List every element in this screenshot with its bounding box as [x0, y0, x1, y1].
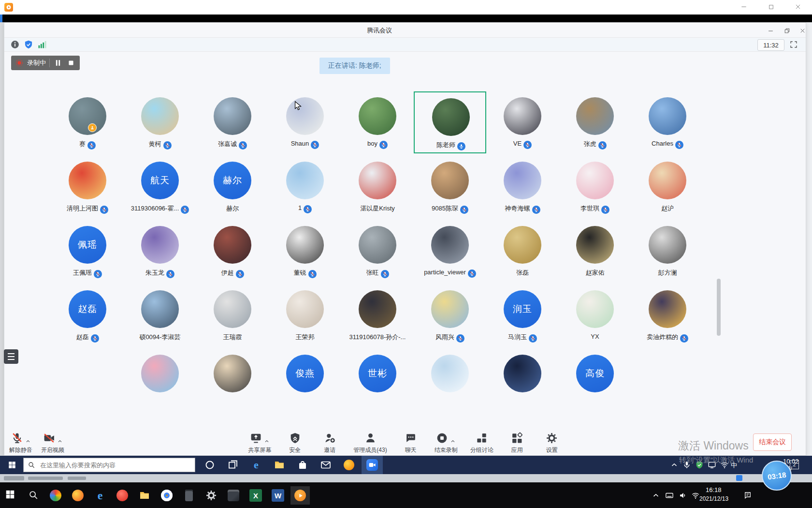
host-tray-speaker-icon[interactable] — [679, 491, 687, 500]
participant-cell[interactable]: 王荣邦 — [269, 284, 341, 346]
toolbar-button-cam-off[interactable]: 开启视频 — [41, 431, 64, 454]
participant-cell[interactable] — [486, 349, 559, 411]
taskbar-search-box[interactable] — [23, 458, 195, 472]
participant-cell[interactable]: VE — [486, 91, 559, 153]
participant-cell[interactable]: 赵沪 — [631, 156, 704, 218]
participant-cell[interactable]: 湛以星Kristy — [341, 156, 414, 218]
host-taskbar-app-word[interactable]: W — [268, 486, 288, 505]
host-search-icon[interactable] — [28, 490, 39, 500]
toolbar-button-mic-off[interactable]: 解除静音 — [9, 431, 32, 454]
taskbar-app-explorer[interactable] — [269, 456, 290, 474]
toolbar-button-breakout[interactable]: 分组讨论 — [470, 431, 493, 454]
host-taskbar-app-pinwheel[interactable] — [46, 486, 65, 505]
toolbar-button-gear[interactable]: 设置 — [541, 431, 563, 454]
toolbar-button-invite[interactable]: 邀请 — [319, 431, 341, 454]
participant-cell[interactable]: 赛 — [51, 91, 124, 153]
participant-cell[interactable]: 董锐 — [269, 220, 341, 282]
participant-cell[interactable]: 润玉马润玉 — [486, 284, 559, 346]
participant-cell[interactable]: 卖油炸糕的 — [631, 284, 704, 346]
participant-cell[interactable]: 黄柯 — [124, 91, 196, 153]
search-input[interactable] — [39, 461, 186, 469]
host-taskbar-app-settings[interactable] — [202, 486, 221, 505]
chevron-up-icon[interactable] — [450, 438, 456, 444]
outer-close-button[interactable] — [793, 1, 803, 12]
participant-cell[interactable]: boy — [341, 91, 414, 153]
participant-cell[interactable]: particle_viewer — [414, 220, 486, 282]
end-meeting-button[interactable]: 结束会议 — [753, 433, 792, 451]
participant-cell[interactable]: 清明上河图 — [51, 156, 124, 218]
participant-cell[interactable]: 张旺 — [341, 220, 414, 282]
participant-cell[interactable] — [124, 349, 196, 411]
participant-cell[interactable]: 风雨兴 — [414, 284, 486, 346]
participant-cell[interactable]: 赵家佑 — [559, 220, 631, 282]
participant-cell[interactable]: 佩瑶王佩瑶 — [51, 220, 124, 282]
participant-cell[interactable]: 赫尔赫尔 — [196, 156, 269, 218]
toolbar-button-stop-record[interactable]: 结束录制 — [435, 431, 458, 454]
participant-cell[interactable]: YX — [559, 284, 631, 346]
start-button[interactable] — [4, 459, 20, 471]
participant-cell[interactable]: 张磊 — [486, 220, 559, 282]
notification-badge[interactable]: 2 — [790, 460, 799, 469]
tray-chevron-icon[interactable] — [670, 461, 679, 469]
host-taskbar-app-excel[interactable]: X — [246, 486, 265, 505]
chevron-up-icon[interactable] — [264, 438, 270, 444]
participant-cell[interactable] — [196, 349, 269, 411]
participant-cell[interactable]: 伊超 — [196, 220, 269, 282]
host-taskbar-app-clapper[interactable] — [224, 486, 243, 505]
chevron-up-icon[interactable] — [57, 438, 63, 444]
participant-cell[interactable]: 高俊 — [559, 349, 631, 411]
host-taskbar-app-firefox[interactable] — [68, 486, 87, 505]
participant-cell[interactable]: 9085陈琛 — [414, 156, 486, 218]
participant-cell[interactable]: 陈老师 — [414, 91, 486, 153]
host-taskbar-app-chrome[interactable] — [157, 486, 176, 505]
participant-cell[interactable] — [414, 349, 486, 411]
taskbar-app-mail[interactable] — [315, 456, 336, 474]
host-tray-keyboard-icon[interactable] — [665, 491, 674, 500]
taskbar-app-taskview[interactable] — [222, 456, 244, 474]
participant-cell[interactable]: 张虎 — [559, 91, 631, 153]
participant-cell[interactable]: 神奇海螺 — [486, 156, 559, 218]
toolbar-button-share-screen[interactable]: 共享屏幕 — [248, 431, 271, 454]
host-taskbar-app-ie[interactable]: e — [90, 486, 110, 505]
chevron-up-icon[interactable] — [25, 438, 31, 444]
toolbar-button-shield-up[interactable]: 安全 — [284, 431, 306, 454]
participant-cell[interactable]: 航天3119306096-霍... — [124, 156, 196, 218]
host-taskbar-app-explorer[interactable] — [135, 486, 154, 505]
taskbar-app-meeting[interactable] — [362, 456, 383, 474]
toolbar-center-group: 共享屏幕安全邀请管理成员(43)聊天结束录制分组讨论应用设置 — [125, 431, 686, 454]
participant-cell[interactable]: 赵磊赵磊 — [51, 284, 124, 346]
taskbar-app-store[interactable] — [292, 456, 313, 474]
participant-cell[interactable]: 彭方澜 — [631, 220, 704, 282]
participant-cell[interactable]: 俊燕 — [269, 349, 341, 411]
host-taskbar-app-player[interactable] — [290, 486, 310, 505]
participant-cell[interactable]: 张嘉诚 — [196, 91, 269, 153]
participant-label: 董锐 — [264, 269, 346, 278]
grid-scrollbar-thumb[interactable] — [717, 279, 721, 336]
taskbar-app-edge[interactable]: e — [246, 456, 267, 474]
participant-name: 黄柯 — [149, 140, 161, 148]
participant-cell[interactable]: 3119106078-孙介-... — [341, 284, 414, 346]
host-taskbar-app-app-red[interactable] — [113, 486, 132, 505]
participant-cell[interactable]: Charles — [631, 91, 704, 153]
participant-cell[interactable]: 硕0094-李淑芸 — [124, 284, 196, 346]
outer-maximize-button[interactable] — [766, 1, 776, 12]
host-start-button[interactable] — [5, 489, 19, 501]
host-tray-chevron-icon[interactable] — [652, 491, 660, 500]
participant-cell[interactable]: 李世琪 — [559, 156, 631, 218]
host-notification-icon[interactable] — [743, 491, 752, 500]
toolbar-button-chat[interactable]: 聊天 — [400, 431, 422, 454]
outer-minimize-button[interactable] — [739, 1, 749, 12]
host-taskbar-app-phone[interactable] — [179, 486, 199, 505]
participant-cell[interactable]: 世彬 — [341, 349, 414, 411]
participant-cell[interactable]: 1 — [269, 156, 341, 218]
taskbar-app-cortana[interactable] — [199, 456, 220, 474]
participant-cell[interactable]: 朱玉龙 — [124, 220, 196, 282]
participant-cell[interactable]: Shaun — [269, 91, 341, 153]
toolbar-button-apps[interactable]: 应用 — [506, 431, 528, 454]
member-panel-toggle[interactable] — [4, 349, 18, 364]
taskbar-app-firefox[interactable] — [338, 456, 360, 474]
participant-label: YX — [554, 333, 636, 340]
host-tray-wifi-icon[interactable] — [691, 491, 700, 500]
participant-cell[interactable]: 王瑞霞 — [196, 284, 269, 346]
toolbar-button-members[interactable]: 管理成员(43) — [353, 431, 387, 454]
